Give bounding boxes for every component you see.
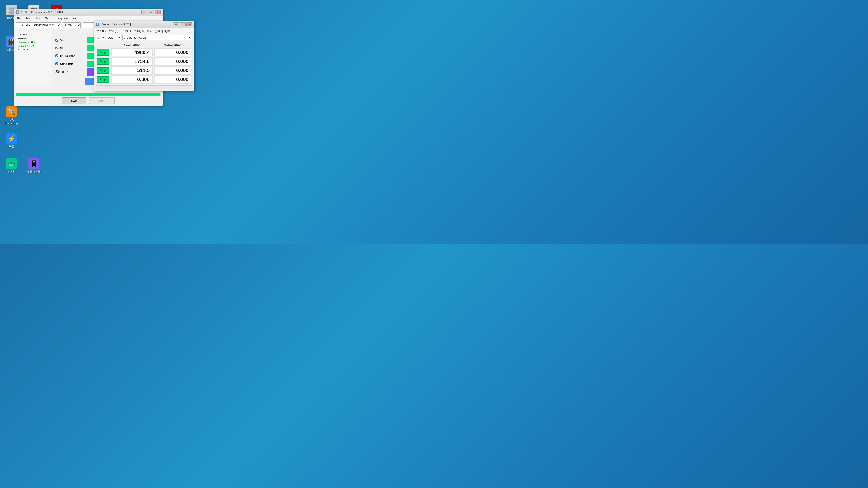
rand-row2-read: 1734.6: [112, 57, 153, 66]
rand-row3-read: 511.5: [112, 66, 153, 74]
as-ssd-close-button[interactable]: ✕: [155, 10, 161, 14]
rand-menu-theme[interactable]: 主题(T): [121, 29, 131, 33]
rand-read-content: Read [MB/s] Write [MB/s] Stop 4989.4 0.0…: [94, 41, 194, 91]
seq-label: Seq: [55, 38, 84, 42]
menu-tools[interactable]: Tools: [44, 17, 52, 21]
progress-bar-bg: [16, 93, 161, 96]
size-select[interactable]: 10 GB: [63, 22, 81, 28]
rand-table-row: Stop 1734.6 0.000: [96, 57, 192, 66]
as-ssd-window-controls: ─ □ ✕: [141, 10, 161, 14]
desktop-icon-xunlei[interactable]: ⚡ 迅雷: [2, 133, 20, 149]
abort-button[interactable]: Abort: [89, 97, 115, 104]
4k-checkbox[interactable]: [55, 46, 58, 50]
as-ssd-minimize-button[interactable]: ─: [141, 10, 147, 14]
rand-row3-write: 0.000: [154, 66, 191, 74]
progress-bar-fill: [16, 93, 160, 96]
acctime-checkbox[interactable]: [55, 62, 58, 65]
desktop-icon-ludashi[interactable]: 🐟 鲁大师: [2, 158, 20, 174]
rand-read-minimize-button[interactable]: ─: [173, 22, 179, 26]
rand-row4-write: 0.000: [154, 75, 191, 84]
rand-menu-help[interactable]: 帮助(H): [133, 29, 145, 33]
rand-write-header: Write [MB/s]: [153, 43, 192, 48]
as-ssd-maximize-button[interactable]: □: [148, 10, 154, 14]
as-ssd-titlebar: A AS SSD Benchmark 2.0.7316.34247 ─ □ ✕: [14, 9, 162, 16]
rand-count-select[interactable]: 5: [96, 35, 105, 40]
rand-read-window-controls: ─ □ ✕: [173, 22, 192, 26]
rand-read-close-button[interactable]: ✕: [186, 22, 192, 26]
desktop-icon-search[interactable]: 🔍 搜索 Everything: [2, 106, 20, 125]
menu-view[interactable]: View: [34, 17, 41, 21]
menu-language[interactable]: Language: [55, 17, 69, 21]
rand-table-row: Stop 0.000 0.000: [96, 75, 192, 84]
drive-size-gb: 931.51 GB: [18, 48, 50, 52]
simulator-label: 夜神模拟器: [27, 170, 41, 174]
rand-read-header: Read [MB/s]: [111, 43, 153, 48]
xunlei-label: 迅雷: [8, 145, 14, 149]
simulator-icon: 📱: [29, 158, 39, 169]
rand-menu-file[interactable]: 文件(F): [96, 29, 106, 33]
drive-driver: stornvme - OK: [18, 40, 50, 44]
rand-row4-read: 0.000: [112, 75, 153, 84]
acctime-label: Acc.time: [55, 62, 84, 66]
rand-read-window: R Random Read 4KiB [2/5] ─ □ ✕ 文件(F) 设置(…: [94, 21, 194, 91]
rand-row1-read: 4989.4: [112, 48, 153, 57]
rand-row2-write: 0.000: [154, 57, 191, 66]
4k-label: 4K: [55, 46, 84, 50]
menu-help[interactable]: Help: [71, 17, 79, 21]
rand-row1-write: 0.000: [154, 48, 191, 57]
stop-button-4[interactable]: Stop: [97, 76, 109, 83]
menu-edit[interactable]: Edit: [24, 17, 31, 21]
rand-size-select[interactable]: 8GiB: [106, 35, 121, 40]
search-icon: 🔍: [6, 106, 17, 117]
rand-read-menu-bar: 文件(F) 设置(S) 主题(T) 帮助(H) 语言(L)(Language): [94, 28, 194, 34]
rand-read-titlebar: R Random Read 4KiB [2/5] ─ □ ✕: [94, 21, 194, 28]
ludashi-label: 鲁大师: [7, 170, 16, 174]
drive-select[interactable]: C: GIGABYTE GP-ASM2NE6100TTTD: [16, 22, 61, 28]
stop-button-3[interactable]: Stop: [97, 67, 109, 74]
seq-checkbox[interactable]: [55, 39, 58, 41]
drive-firmware: EGFM11.2: [18, 37, 50, 40]
rand-read-toolbar: 5 8GiB C: 90% (837/931GiB): [94, 34, 194, 41]
rand-table: Read [MB/s] Write [MB/s] Stop 4989.4 0.0…: [96, 43, 192, 84]
rand-drive-select[interactable]: C: 90% (837/931GiB): [122, 35, 192, 40]
as-ssd-title: AS SSD Benchmark 2.0.7316.34247: [21, 11, 65, 14]
rand-read-maximize-button[interactable]: □: [180, 22, 186, 26]
start-button[interactable]: Start: [62, 97, 86, 104]
drive-info-panel: GIGABYTE EGFM11.2 stornvme - OK 593920 K…: [16, 31, 52, 87]
as-ssd-title-area: A AS SSD Benchmark 2.0.7316.34247: [16, 10, 65, 14]
rand-progress-bg: [96, 86, 192, 90]
score-label: Score:: [55, 70, 68, 74]
menu-file[interactable]: File: [16, 17, 22, 21]
rand-read-title: Random Read 4KiB [2/5]: [101, 23, 131, 26]
desktop-icon-simulator[interactable]: 📱 夜神模拟器: [25, 158, 43, 174]
rand-table-row: Stop 4989.4 0.000: [96, 48, 192, 57]
rand-table-row: Stop 511.5 0.000: [96, 66, 192, 75]
rand-menu-language[interactable]: 语言(L)(Language): [146, 29, 170, 33]
rand-read-title-area: R Random Read 4KiB [2/5]: [96, 23, 131, 26]
stop-button-2[interactable]: Stop: [97, 58, 109, 65]
4k64-label: 4K-64Thrd: [55, 54, 84, 58]
drive-model: GIGABYTE: [18, 33, 50, 37]
search-label: 搜索 Everything: [2, 118, 20, 125]
xunlei-icon: ⚡: [6, 133, 17, 144]
rand-menu-settings[interactable]: 设置(S): [108, 29, 119, 33]
drive-size-k: 593920 K - OK: [18, 44, 50, 48]
4k64-checkbox[interactable]: [55, 55, 58, 57]
stop-button-1[interactable]: Stop: [97, 49, 109, 56]
btn-row: Start Abort: [16, 97, 161, 104]
ludashi-icon: 🐟: [6, 158, 17, 169]
as-ssd-app-icon: A: [16, 10, 19, 14]
rand-read-app-icon: R: [96, 23, 99, 26]
